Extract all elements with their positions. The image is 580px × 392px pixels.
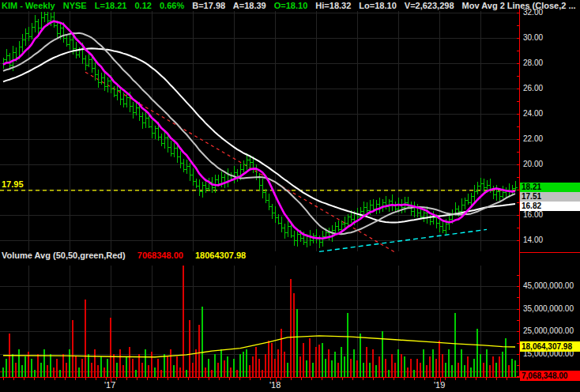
high-price: Hi=18.32 — [315, 1, 351, 10]
price-volume-chart[interactable] — [0, 0, 580, 392]
volume-axis-label: 35,000,000.00 — [523, 304, 574, 314]
net-change: 0.12 — [134, 1, 151, 10]
price-axis-label: 16.00 — [523, 210, 543, 220]
price-badge: 16.82 — [520, 202, 580, 211]
volume-avg-name: Volume Avg (50,50,green,Red) — [2, 251, 126, 260]
year-label: '17 — [104, 380, 115, 390]
low-price: Lo=18.10 — [359, 1, 396, 10]
volume: V=2,623,298 — [405, 1, 454, 10]
volume-avg-red-value: 7068348.00 — [137, 251, 183, 260]
year-label: '18 — [269, 380, 281, 390]
volume-badge: 18,064,307.98 — [520, 341, 580, 352]
price-axis-label: 14.00 — [523, 236, 543, 245]
price-axis-label: 28.00 — [523, 58, 543, 68]
quote-bar: KIM - Weekly NYSE L=18.21 0.12 0.66% B=1… — [2, 1, 580, 10]
price-axis-label: 22.00 — [523, 134, 543, 144]
price-axis-label: 20.00 — [523, 160, 543, 169]
price-axis-label: 24.00 — [523, 109, 543, 119]
volume-avg-yellow-value: 18064307.98 — [195, 251, 246, 260]
price-axis-label: 30.00 — [523, 33, 543, 43]
volume-axis-label: 45,000,000.00 — [523, 281, 574, 291]
price-axis-label: 32.00 — [523, 8, 543, 17]
last-price: L=18.21 — [95, 1, 127, 10]
volume-badge: 7,068,348.00 — [520, 371, 580, 381]
indicator-label: Mov Avg 2 Lines (Close,2 ... — [462, 1, 576, 10]
bid: B=17.98 — [192, 1, 225, 10]
year-label: '19 — [434, 380, 445, 390]
percent-change: 0.66% — [160, 1, 184, 10]
price-axis-label: 26.00 — [523, 84, 543, 93]
ask: A=18.39 — [233, 1, 266, 10]
symbol-interval: KIM - Weekly — [2, 1, 55, 10]
volume-indicator-header: Volume Avg (50,50,green,Red) 7068348.00 … — [2, 251, 255, 260]
horizontal-level-label: 17.95 — [2, 179, 24, 189]
price-badge: 18.21 — [520, 183, 580, 192]
volume-axis-label: 25,000,000.00 — [523, 326, 574, 336]
open-price: O=18.10 — [274, 1, 308, 10]
exchange: NYSE — [63, 1, 87, 10]
price-badge: 17.51 — [520, 192, 580, 202]
chart-window: KIM - Weekly NYSE L=18.21 0.12 0.66% B=1… — [0, 0, 580, 392]
